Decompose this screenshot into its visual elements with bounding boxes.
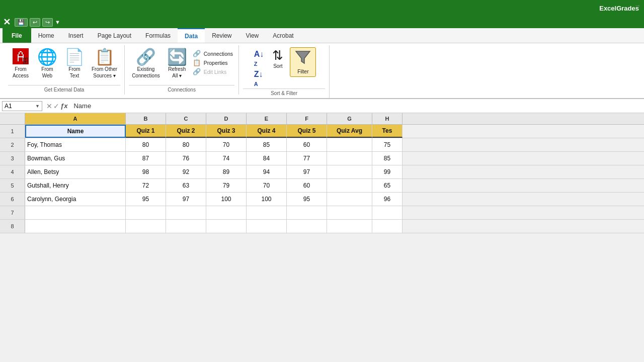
menu-formulas[interactable]: Formulas	[138, 28, 178, 43]
cell-c3[interactable]: 76	[166, 152, 206, 165]
filter-button[interactable]: → Filter	[290, 47, 316, 77]
cell-a8[interactable]	[25, 220, 126, 233]
redo-button[interactable]: ↪	[42, 18, 53, 27]
cell-g1[interactable]: Quiz Avg	[327, 125, 372, 138]
cell-g4[interactable]	[327, 165, 372, 178]
row-header-1[interactable]: 1	[0, 125, 25, 138]
properties-item[interactable]: 📋 Properties	[191, 58, 234, 67]
row-header-7[interactable]: 7	[0, 206, 25, 219]
row-header-4[interactable]: 4	[0, 165, 25, 178]
from-text-button[interactable]: 📄 FromText	[61, 47, 88, 80]
cell-e5[interactable]: 70	[247, 179, 287, 192]
menu-acrobat[interactable]: Acrobat	[266, 28, 300, 43]
cell-a5[interactable]: Gutshall, Henry	[25, 179, 126, 192]
cell-reference-box[interactable]: A1 ▼	[2, 101, 42, 111]
menu-view[interactable]: View	[238, 28, 266, 43]
from-other-sources-button[interactable]: 📋 From OtherSources ▾	[89, 47, 120, 80]
save-button[interactable]: 💾	[15, 18, 28, 27]
cell-b2[interactable]: 80	[126, 138, 166, 151]
cell-f4[interactable]: 97	[287, 165, 327, 178]
cell-h5[interactable]: 65	[372, 179, 403, 192]
cell-e7[interactable]	[247, 206, 287, 219]
cell-g2[interactable]	[327, 138, 372, 151]
cell-f2[interactable]: 60	[287, 138, 327, 151]
cell-h4[interactable]: 99	[372, 165, 403, 178]
cell-h2[interactable]: 75	[372, 138, 403, 151]
menu-pagelayout[interactable]: Page Layout	[91, 28, 138, 43]
row-header-8[interactable]: 8	[0, 220, 25, 233]
cell-b1[interactable]: Quiz 1	[126, 125, 166, 138]
cell-d6[interactable]: 100	[206, 193, 247, 206]
menu-file[interactable]: File	[3, 28, 31, 43]
menu-data[interactable]: Data	[178, 28, 205, 43]
cell-f3[interactable]: 77	[287, 152, 327, 165]
cell-c7[interactable]	[166, 206, 206, 219]
cell-e2[interactable]: 85	[247, 138, 287, 151]
cancel-formula-icon[interactable]: ✕	[46, 102, 52, 110]
cell-ref-dropdown[interactable]: ▼	[35, 104, 40, 109]
cell-h1[interactable]: Tes	[372, 125, 403, 138]
cell-d4[interactable]: 89	[206, 165, 247, 178]
cell-f7[interactable]	[287, 206, 327, 219]
fx-icon[interactable]: ƒx	[60, 102, 67, 110]
cell-c2[interactable]: 80	[166, 138, 206, 151]
col-header-c[interactable]: C	[166, 113, 206, 124]
cell-b8[interactable]	[126, 220, 166, 233]
cell-f6[interactable]: 95	[287, 193, 327, 206]
undo-button[interactable]: ↩	[30, 18, 40, 27]
sort-button[interactable]: ⇅ Sort	[267, 47, 289, 71]
cell-d1[interactable]: Quiz 3	[206, 125, 247, 138]
formula-content[interactable]: Name	[71, 102, 642, 110]
cell-b6[interactable]: 95	[126, 193, 166, 206]
menu-home[interactable]: Home	[31, 28, 61, 43]
cell-d8[interactable]	[206, 220, 247, 233]
cell-h8[interactable]	[372, 220, 403, 233]
cell-d7[interactable]	[206, 206, 247, 219]
cell-e4[interactable]: 94	[247, 165, 287, 178]
cell-g5[interactable]	[327, 179, 372, 192]
menu-insert[interactable]: Insert	[61, 28, 91, 43]
cell-b7[interactable]	[126, 206, 166, 219]
edit-links-item[interactable]: 🔗 Edit Links	[191, 67, 234, 76]
col-header-f[interactable]: F	[287, 113, 327, 124]
row-header-3[interactable]: 3	[0, 152, 25, 165]
cell-a1[interactable]: Name	[25, 125, 126, 138]
cell-a3[interactable]: Bowman, Gus	[25, 152, 126, 165]
cell-g8[interactable]	[327, 220, 372, 233]
cell-e1[interactable]: Quiz 4	[247, 125, 287, 138]
cell-g6[interactable]	[327, 193, 372, 206]
az-sort-button[interactable]: A↓Z	[252, 49, 266, 68]
cell-a4[interactable]: Allen, Betsy	[25, 165, 126, 178]
col-header-a[interactable]: A	[25, 113, 126, 124]
cell-e3[interactable]: 84	[247, 152, 287, 165]
row-header-5[interactable]: 5	[0, 179, 25, 192]
cell-a2[interactable]: Foy, Thomas	[25, 138, 126, 151]
cell-c5[interactable]: 63	[166, 179, 206, 192]
cell-g3[interactable]	[327, 152, 372, 165]
cell-g7[interactable]	[327, 206, 372, 219]
from-access-button[interactable]: 🅰 🗄 FromAccess	[8, 47, 33, 80]
cell-c4[interactable]: 92	[166, 165, 206, 178]
col-header-h[interactable]: H	[372, 113, 403, 124]
cell-c8[interactable]	[166, 220, 206, 233]
cell-h3[interactable]: 85	[372, 152, 403, 165]
cell-a6[interactable]: Carolynn, Georgia	[25, 193, 126, 206]
col-header-g[interactable]: G	[327, 113, 372, 124]
cell-d2[interactable]: 70	[206, 138, 247, 151]
cell-e8[interactable]	[247, 220, 287, 233]
cell-a7[interactable]	[25, 206, 126, 219]
cell-d3[interactable]: 74	[206, 152, 247, 165]
cell-h7[interactable]	[372, 206, 403, 219]
cell-c1[interactable]: Quiz 2	[166, 125, 206, 138]
cell-b4[interactable]: 98	[126, 165, 166, 178]
col-header-b[interactable]: B	[126, 113, 166, 124]
col-header-e[interactable]: E	[247, 113, 287, 124]
za-sort-button[interactable]: Z↓A	[252, 69, 266, 88]
row-header-2[interactable]: 2	[0, 138, 25, 151]
cell-f5[interactable]: 60	[287, 179, 327, 192]
col-header-d[interactable]: D	[206, 113, 247, 124]
cell-h6[interactable]: 96	[372, 193, 403, 206]
cell-f1[interactable]: Quiz 5	[287, 125, 327, 138]
enter-formula-icon[interactable]: ✓	[53, 102, 59, 110]
cell-f8[interactable]	[287, 220, 327, 233]
